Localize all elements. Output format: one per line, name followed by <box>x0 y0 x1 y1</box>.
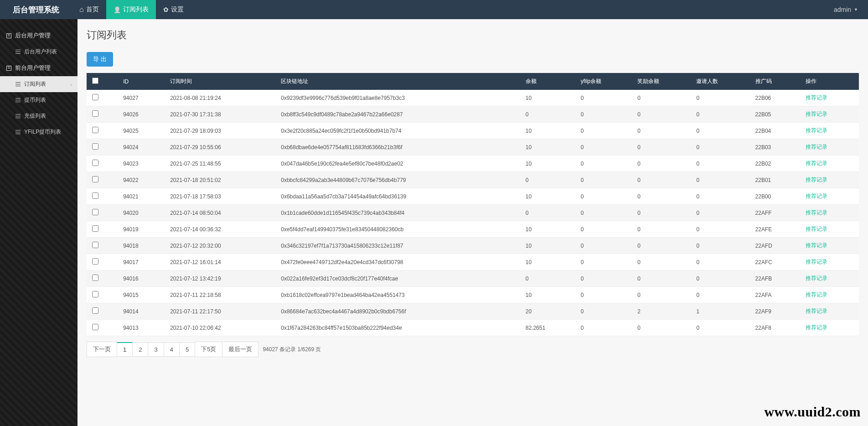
cell-invites: 0 <box>691 90 749 106</box>
sidebar-item-withdraw[interactable]: 提币列表 <box>0 92 78 108</box>
page-2-button[interactable]: 2 <box>132 343 148 357</box>
sidebar-item-yfilp[interactable]: YFILP提币列表 <box>0 124 78 140</box>
recommend-record-link[interactable]: 推荐记录 <box>806 177 827 183</box>
cell-time: 2021-07-11 22:17:50 <box>165 303 275 320</box>
cell-address: 0x047da46b5e190c62fea4e5ef80c7be48f0d2ae… <box>275 156 520 172</box>
page-last-button[interactable]: 最后一页 <box>222 342 258 357</box>
cell-yfilp: 0 <box>575 156 632 172</box>
table-row: 940202021-07-14 08:50:040x1b1cade60dde1d… <box>87 205 859 221</box>
nav-settings[interactable]: 设置 <box>156 0 191 19</box>
cell-action: 推荐记录 <box>800 90 859 106</box>
cell-promo: 22B05 <box>750 106 800 123</box>
recommend-record-link[interactable]: 推荐记录 <box>806 127 827 134</box>
page-4-button[interactable]: 4 <box>164 343 180 357</box>
row-checkbox[interactable] <box>92 192 98 199</box>
recommend-record-link[interactable]: 推荐记录 <box>806 259 827 265</box>
recommend-record-link[interactable]: 推荐记录 <box>806 144 827 150</box>
cell-reward: 0 <box>632 156 691 172</box>
recommend-record-link[interactable]: 推荐记录 <box>806 291 827 298</box>
row-checkbox[interactable] <box>92 110 98 117</box>
cell-checkbox <box>87 254 118 270</box>
nav-items: 首页 订阅列表 设置 <box>72 0 191 19</box>
page-5-button[interactable]: 5 <box>179 343 195 357</box>
cell-reward: 0 <box>632 287 691 303</box>
cell-id: 94017 <box>118 254 165 270</box>
sidebar-item-subscribe[interactable]: 订阅列表 › <box>0 76 78 92</box>
cell-id: 94025 <box>118 123 165 139</box>
sidebar-item-deposit[interactable]: 充值列表 <box>0 108 78 124</box>
sidebar-group-frontend[interactable]: 前台用户管理 <box>0 60 78 76</box>
user-menu[interactable]: admin ▼ <box>824 6 868 13</box>
cell-reward: 0 <box>632 221 691 238</box>
cell-yfilp: 0 <box>575 90 632 106</box>
cell-reward: 0 <box>632 172 691 188</box>
cell-id: 94015 <box>118 287 165 303</box>
cell-yfilp: 0 <box>575 238 632 254</box>
recommend-record-link[interactable]: 推荐记录 <box>806 275 827 281</box>
cell-id: 94021 <box>118 188 165 205</box>
row-checkbox[interactable] <box>92 143 98 150</box>
cell-invites: 0 <box>691 254 749 270</box>
cell-checkbox <box>87 156 118 172</box>
select-all-checkbox[interactable] <box>92 78 98 84</box>
page-next5-button[interactable]: 下5页 <box>195 342 222 357</box>
page-prev-button[interactable]: 下一页 <box>87 342 117 357</box>
th-reward: 奖励余额 <box>632 73 691 90</box>
row-checkbox[interactable] <box>92 307 98 314</box>
cell-checkbox <box>87 270 118 287</box>
recommend-record-link[interactable]: 推荐记录 <box>806 308 827 314</box>
recommend-record-link[interactable]: 推荐记录 <box>806 111 827 117</box>
row-checkbox[interactable] <box>92 242 98 248</box>
pagination: 下一页 1 2 3 4 5 下5页 最后一页 94027 条记录 1/6269 … <box>87 342 859 357</box>
cell-invites: 0 <box>691 320 749 336</box>
cell-checkbox <box>87 238 118 254</box>
recommend-record-link[interactable]: 推荐记录 <box>806 160 827 166</box>
cell-id: 94019 <box>118 221 165 238</box>
export-button[interactable]: 导 出 <box>87 52 113 67</box>
cell-yfilp: 0 <box>575 303 632 320</box>
cell-promo: 22AFE <box>750 221 800 238</box>
side-label: 订阅列表 <box>24 80 46 88</box>
row-checkbox[interactable] <box>92 94 98 100</box>
sidebar-item-backend-users[interactable]: 后台用户列表 <box>0 44 78 60</box>
recommend-record-link[interactable]: 推荐记录 <box>806 94 827 101</box>
cell-time: 2021-07-11 22:18:58 <box>165 287 275 303</box>
row-checkbox[interactable] <box>92 225 98 232</box>
row-checkbox[interactable] <box>92 258 98 265</box>
row-checkbox[interactable] <box>92 324 98 330</box>
row-checkbox[interactable] <box>92 176 98 182</box>
top-nav: 后台管理系统 首页 订阅列表 设置 admin ▼ <box>0 0 868 19</box>
row-checkbox[interactable] <box>92 275 98 281</box>
cell-balance: 10 <box>520 156 575 172</box>
nav-subscribe[interactable]: 订阅列表 <box>106 0 156 19</box>
recommend-record-link[interactable]: 推荐记录 <box>806 193 827 199</box>
cell-address: 0x1f67a284263bc84ff57e1503ba85b222f94ed3… <box>275 320 520 336</box>
recommend-record-link[interactable]: 推荐记录 <box>806 242 827 249</box>
recommend-record-link[interactable]: 推荐记录 <box>806 209 827 216</box>
row-checkbox[interactable] <box>92 291 98 297</box>
row-checkbox[interactable] <box>92 160 98 166</box>
page-3-button[interactable]: 3 <box>148 343 164 357</box>
cell-id: 94020 <box>118 205 165 221</box>
table-row: 940242021-07-29 10:55:060xb68dbae6de4e05… <box>87 139 859 156</box>
cell-invites: 0 <box>691 188 749 205</box>
sidebar-group-backend[interactable]: 后台用户管理 <box>0 27 78 44</box>
cell-balance: 10 <box>520 139 575 156</box>
cell-id: 94016 <box>118 270 165 287</box>
recommend-record-link[interactable]: 推荐记录 <box>806 324 827 331</box>
table-row: 940142021-07-11 22:17:500x86684e7ac632be… <box>87 303 859 320</box>
cell-yfilp: 0 <box>575 221 632 238</box>
page-1-button[interactable]: 1 <box>117 342 133 357</box>
nav-home[interactable]: 首页 <box>72 0 106 19</box>
row-checkbox[interactable] <box>92 127 98 133</box>
cell-time: 2021-07-29 10:55:06 <box>165 139 275 156</box>
row-checkbox[interactable] <box>92 209 98 215</box>
cell-promo: 22B01 <box>750 172 800 188</box>
cell-promo: 22AFF <box>750 205 800 221</box>
cell-reward: 0 <box>632 139 691 156</box>
cell-balance: 10 <box>520 254 575 270</box>
group-label: 后台用户管理 <box>15 31 51 40</box>
table-header-row: ID 订阅时间 区块链地址 余额 yfilp余额 奖励余额 邀请人数 推广码 操… <box>87 73 859 90</box>
cell-time: 2021-07-12 16:01:14 <box>165 254 275 270</box>
recommend-record-link[interactable]: 推荐记录 <box>806 226 827 232</box>
